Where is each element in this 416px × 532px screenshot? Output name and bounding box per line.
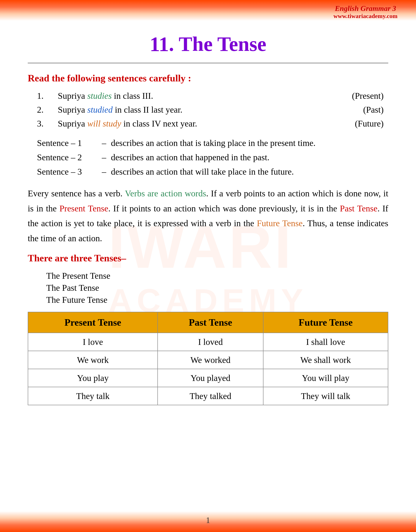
table-cell-r1-c2: We shall work: [263, 351, 388, 369]
page-number: 1: [0, 515, 416, 525]
list-item: 2. Supriya studied in class II last year…: [37, 105, 388, 115]
sentence-text-3: Supriya will study in class IV next year…: [58, 118, 331, 129]
sentence-text-2: Supriya studied in class II last year.: [58, 105, 331, 115]
desc-text-3: describes an action that will take place…: [111, 166, 379, 177]
sentence-num-2: 2.: [37, 105, 51, 115]
three-tenses-heading: There are three Tenses–: [28, 252, 388, 264]
table-cell-r0-c0: I love: [28, 333, 158, 351]
desc-label-3: Sentence – 3: [37, 166, 97, 177]
para-past-tense: Past Tense: [340, 203, 378, 213]
sentence-descriptions: Sentence – 1 – describes an action that …: [37, 138, 379, 177]
table-row: We workWe workedWe shall work: [28, 351, 388, 369]
desc-row-1: Sentence – 1 – describes an action that …: [37, 138, 379, 148]
list-item: 1. Supriya studies in class III. (Presen…: [37, 91, 388, 101]
table-cell-r3-c0: They talk: [28, 387, 158, 405]
desc-label-2: Sentence – 2: [37, 152, 97, 162]
table-cell-r2-c0: You play: [28, 369, 158, 387]
desc-dash-1: –: [97, 138, 111, 148]
sentence-text-1: Supriya studies in class III.: [58, 91, 331, 101]
main-content: 11. The Tense Read the following sentenc…: [0, 21, 416, 433]
para-future-tense: Future Tense: [257, 218, 303, 228]
title-divider: [28, 63, 388, 63]
sentence-num-3: 3.: [37, 118, 51, 129]
table-cell-r2-c2: You will play: [263, 369, 388, 387]
col-header-future: Future Tense: [263, 312, 388, 333]
para-p3: . If it points to an action which was do…: [108, 203, 340, 213]
table-cell-r3-c1: They talked: [158, 387, 263, 405]
para-verbs-action: Verbs are action words: [125, 189, 206, 198]
sentence-num-1: 1.: [37, 91, 51, 101]
brand-website: www.tiwariacademy.com: [333, 13, 397, 20]
top-gradient-bar: English Grammar 3 www.tiwariacademy.com: [0, 0, 416, 21]
col-header-present: Present Tense: [28, 312, 158, 333]
desc-dash-3: –: [97, 166, 111, 177]
table-cell-r1-c1: We worked: [158, 351, 263, 369]
para-present-tense: Present Tense: [59, 203, 108, 213]
table-row: I loveI lovedI shall love: [28, 333, 388, 351]
desc-text-2: describes an action that happened in the…: [111, 152, 379, 162]
table-cell-r2-c1: You played: [158, 369, 263, 387]
tense-item-past: The Past Tense: [46, 283, 388, 293]
desc-dash-2: –: [97, 152, 111, 162]
desc-text-1: describes an action that is taking place…: [111, 138, 379, 148]
main-paragraph: Every sentence has a verb. Verbs are act…: [28, 186, 388, 246]
section-heading: Read the following sentences carefully :: [28, 73, 388, 84]
table-cell-r3-c2: They will talk: [263, 387, 388, 405]
sentence-list: 1. Supriya studies in class III. (Presen…: [37, 91, 388, 129]
chapter-title: 11. The Tense: [28, 32, 388, 56]
table-cell-r0-c1: I loved: [158, 333, 263, 351]
tense-label-3: (Future): [337, 118, 388, 129]
brand-title: English Grammar 3: [333, 4, 397, 13]
table-header-row: Present Tense Past Tense Future Tense: [28, 312, 388, 333]
desc-row-2: Sentence – 2 – describes an action that …: [37, 152, 379, 162]
col-header-past: Past Tense: [158, 312, 263, 333]
table-cell-r1-c0: We work: [28, 351, 158, 369]
para-p1: Every sentence has a verb.: [28, 189, 125, 198]
chapter-number: 11.: [150, 33, 174, 55]
desc-label-1: Sentence – 1: [37, 138, 97, 148]
table-row: You playYou playedYou will play: [28, 369, 388, 387]
tense-label-2: (Past): [337, 105, 388, 115]
chapter-name: The Tense: [179, 33, 266, 55]
tense-table: Present Tense Past Tense Future Tense I …: [28, 312, 388, 405]
tense-item-present: The Present Tense: [46, 271, 388, 281]
table-cell-r0-c2: I shall love: [263, 333, 388, 351]
branding-block: English Grammar 3 www.tiwariacademy.com: [333, 4, 397, 20]
tense-label-1: (Present): [337, 91, 388, 101]
tense-item-future: The Future Tense: [46, 295, 388, 305]
verb-1: studies: [87, 91, 112, 101]
list-item: 3. Supriya will study in class IV next y…: [37, 118, 388, 129]
desc-row-3: Sentence – 3 – describes an action that …: [37, 166, 379, 177]
verb-3: will study: [87, 119, 121, 128]
tenses-list: The Present Tense The Past Tense The Fut…: [46, 271, 388, 305]
verb-2: studied: [87, 105, 113, 115]
table-row: They talkThey talkedThey will talk: [28, 387, 388, 405]
